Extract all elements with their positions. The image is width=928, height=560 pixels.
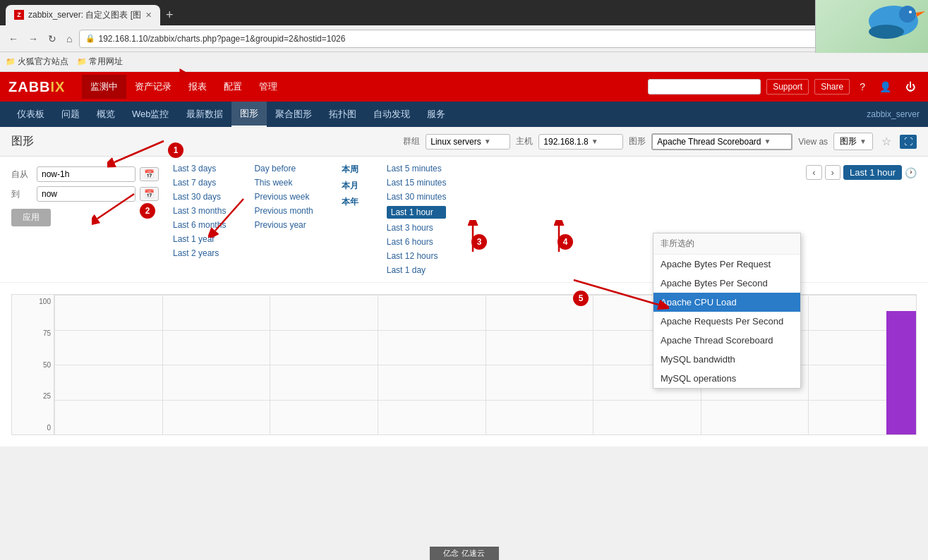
dropdown-item-abpr[interactable]: Apache Bytes Per Request xyxy=(653,255,800,274)
from-calendar-btn[interactable]: 📅 xyxy=(140,167,159,181)
time-link-last7days[interactable]: Last 7 days xyxy=(173,178,226,188)
home-button[interactable]: ⌂ xyxy=(64,32,75,46)
bookmark-firefox[interactable]: 📁 火狐官方站点 xyxy=(6,56,68,68)
annotation-2: 2 xyxy=(140,203,155,219)
chart-y-axis: 100 75 50 25 0 xyxy=(12,295,54,434)
zabbix-header: ZABBIX 监测中 资产记录 报表 配置 管理 Support Share ?… xyxy=(0,72,928,102)
y-label-50: 50 xyxy=(15,361,51,369)
time-link-thismonthzh[interactable]: 本月 xyxy=(342,180,358,192)
svg-point-4 xyxy=(869,25,904,39)
subnav-web[interactable]: Web监控 xyxy=(123,102,178,126)
dropdown-item-ats[interactable]: Apache Thread Scoreboard xyxy=(653,331,800,350)
help-icon[interactable]: ? xyxy=(855,80,869,94)
page-title: 图形 xyxy=(11,134,34,149)
time-link-daybefore[interactable]: Day before xyxy=(254,164,313,174)
host-value: 192.168.1.8 xyxy=(543,137,588,147)
to-calendar-btn[interactable]: 📅 xyxy=(140,187,159,201)
tab-title: zabbix_server: 自定义图表 [图 xyxy=(28,9,141,21)
graph-dropdown[interactable]: Apache Thread Scoreboard ▼ xyxy=(651,133,793,150)
reload-button[interactable]: ↻ xyxy=(45,32,59,46)
main-navigation: 监测中 资产记录 报表 配置 管理 xyxy=(82,75,286,99)
subnav-dashboard[interactable]: 仪表板 xyxy=(8,102,53,126)
period-clock-icon[interactable]: 🕐 xyxy=(905,167,917,178)
folder-icon2: 📁 xyxy=(77,57,87,66)
time-link-last3hours[interactable]: Last 3 hours xyxy=(387,223,447,233)
time-link-last15min[interactable]: Last 15 minutes xyxy=(387,178,447,188)
to-input[interactable]: now xyxy=(37,186,135,202)
annotation-4: 4 xyxy=(558,234,573,250)
y-label-0: 0 xyxy=(15,424,51,432)
fullscreen-button[interactable]: ⛶ xyxy=(900,135,917,149)
annotation-1: 1 xyxy=(168,142,183,158)
from-label: 自从 xyxy=(11,169,32,181)
nav-admin[interactable]: 管理 xyxy=(251,75,286,99)
grid-v-8 xyxy=(808,295,809,434)
support-button[interactable]: Support xyxy=(766,79,809,95)
time-link-last5min[interactable]: Last 5 minutes xyxy=(387,164,447,174)
address-bar[interactable]: 🔒 192.168.1.10/zabbix/charts.php?page=1&… xyxy=(79,30,874,48)
time-link-last2years[interactable]: Last 2 years xyxy=(173,248,226,258)
new-tab-button[interactable]: + xyxy=(160,8,179,23)
svg-marker-2 xyxy=(916,11,925,17)
time-link-thisweek[interactable]: This week xyxy=(254,178,313,188)
subnav-maps[interactable]: 拓扑图 xyxy=(320,102,365,126)
subnav-discovery[interactable]: 自动发现 xyxy=(365,102,418,126)
subnav-overview[interactable]: 概览 xyxy=(88,102,123,126)
current-period-btn[interactable]: Last 1 hour xyxy=(843,165,902,180)
host-dropdown[interactable]: 192.168.1.8 ▼ xyxy=(538,134,623,150)
nav-reports[interactable]: 报表 xyxy=(180,75,215,99)
favorite-button[interactable]: ☆ xyxy=(879,133,894,150)
user-icon[interactable]: 👤 xyxy=(875,80,896,94)
time-link-last12hours[interactable]: Last 12 hours xyxy=(387,251,447,261)
time-link-thisweekzh[interactable]: 本周 xyxy=(342,164,358,176)
time-link-last1hour[interactable]: Last 1 hour xyxy=(387,206,447,219)
apply-button[interactable]: 应用 xyxy=(11,209,51,226)
view-type-dropdown[interactable]: 图形 ▼ xyxy=(833,133,873,150)
y-label-75: 75 xyxy=(15,329,51,337)
period-back-btn[interactable]: ‹ xyxy=(806,165,821,180)
nav-assets[interactable]: 资产记录 xyxy=(126,75,180,99)
group-label: 群组 xyxy=(403,135,420,147)
annotation-arrow-2 xyxy=(208,195,251,238)
svg-line-6 xyxy=(215,199,243,231)
share-button[interactable]: Share xyxy=(814,79,850,95)
dropdown-item-acl[interactable]: Apache CPU Load xyxy=(653,293,800,312)
grid-v-1 xyxy=(54,295,55,434)
tab-favicon: Z xyxy=(14,10,24,20)
folder-icon: 📁 xyxy=(6,57,16,66)
tab-close-btn[interactable]: ✕ xyxy=(145,11,152,20)
time-link-last6hours[interactable]: Last 6 hours xyxy=(387,237,447,247)
nav-config[interactable]: 配置 xyxy=(215,75,251,99)
time-link-prevyear[interactable]: Previous year xyxy=(254,220,313,230)
forward-button[interactable]: → xyxy=(25,32,41,46)
dropdown-item-mysqlbw[interactable]: MySQL bandwidth xyxy=(653,350,800,369)
time-link-last1day[interactable]: Last 1 day xyxy=(387,265,447,275)
time-link-last30min[interactable]: Last 30 minutes xyxy=(387,192,447,202)
subnav-screens[interactable]: 聚合图形 xyxy=(267,102,320,126)
dropdown-item-abps[interactable]: Apache Bytes Per Second xyxy=(653,274,800,293)
time-link-last3days[interactable]: Last 3 days xyxy=(173,164,226,174)
nav-monitoring[interactable]: 监测中 xyxy=(82,75,126,99)
from-input[interactable]: now-1h xyxy=(37,166,135,182)
subnav-graphs[interactable]: 图形 xyxy=(231,102,267,127)
bookmark-firefox-label: 火狐官方站点 xyxy=(18,56,68,68)
period-forward-btn[interactable]: › xyxy=(825,165,840,180)
subnav-problems[interactable]: 问题 xyxy=(53,102,88,126)
subnav-latest[interactable]: 最新数据 xyxy=(178,102,231,126)
time-link-prevmonth[interactable]: Previous month xyxy=(254,206,313,216)
back-button[interactable]: ← xyxy=(6,32,21,46)
time-link-thisyearzh[interactable]: 本年 xyxy=(342,196,358,208)
time-link-prevweek[interactable]: Previous week xyxy=(254,192,313,202)
power-icon[interactable]: ⏻ xyxy=(901,80,920,94)
page-controls: 群组 Linux servers ▼ 主机 192.168.1.8 ▼ 图形 A… xyxy=(403,133,917,150)
global-search[interactable] xyxy=(648,79,761,95)
svg-point-1 xyxy=(899,6,916,23)
group-dropdown[interactable]: Linux servers ▼ xyxy=(426,134,510,150)
browser-tab[interactable]: Z zabbix_server: 自定义图表 [图 ✕ xyxy=(6,5,160,25)
dropdown-item-arps[interactable]: Apache Requests Per Second xyxy=(653,312,800,331)
decorative-bird xyxy=(816,0,928,53)
graph-label: 图形 xyxy=(629,135,646,147)
subnav-services[interactable]: 服务 xyxy=(418,102,454,126)
dropdown-item-mysqlops[interactable]: MySQL operations xyxy=(653,369,800,388)
bookmark-common[interactable]: 📁 常用网址 xyxy=(77,56,123,68)
